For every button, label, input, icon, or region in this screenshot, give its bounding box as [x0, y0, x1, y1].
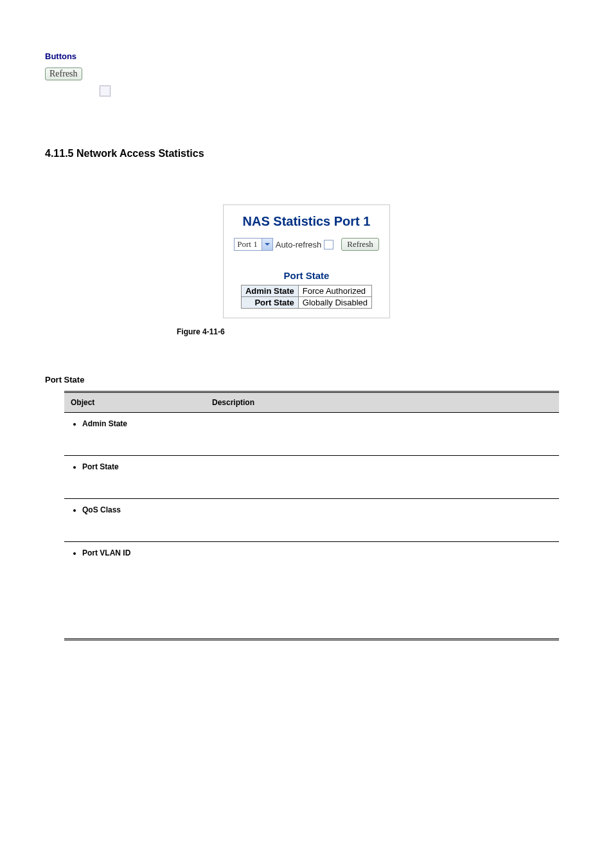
port-state-table: Admin State Force Authorized Port State … — [241, 285, 372, 309]
figure-panel: NAS Statistics Port 1 Port 1 Auto-refres… — [223, 204, 389, 318]
chevron-down-icon — [262, 239, 272, 250]
obj-port-state: Port State — [82, 462, 199, 471]
obj-qos-class: QoS Class — [82, 505, 199, 514]
table-row: QoS Class — [64, 499, 559, 542]
figure-controls: Port 1 Auto-refresh Refresh — [234, 238, 378, 251]
figure-caption: Figure 4-11-6 — [45, 327, 568, 336]
auto-refresh-label: Auto-refresh — [276, 240, 322, 249]
desc-qos-class — [206, 499, 559, 542]
image-placeholder-icon — [100, 86, 111, 96]
section-title: 4.11.5 Network Access Statistics — [45, 148, 568, 159]
figure-refresh-button[interactable]: Refresh — [341, 238, 378, 251]
column-description: Description — [206, 392, 559, 413]
port-state-heading: Port State — [45, 375, 568, 384]
column-object: Object — [64, 392, 206, 413]
desc-port-vlan-id — [206, 542, 559, 640]
obj-admin-state: Admin State — [82, 419, 199, 428]
admin-state-label: Admin State — [241, 285, 298, 297]
table-row: Port State — [64, 456, 559, 499]
figure-subheading: Port State — [234, 270, 378, 281]
table-row: Port VLAN ID — [64, 542, 559, 640]
admin-state-value: Force Authorized — [298, 285, 371, 297]
refresh-button[interactable]: Refresh — [45, 68, 82, 80]
buttons-heading: Buttons — [45, 51, 568, 61]
desc-port-state — [206, 456, 559, 499]
desc-admin-state — [206, 413, 559, 456]
port-state-value: Globally Disabled — [298, 297, 371, 309]
table-row: Admin State — [64, 413, 559, 456]
figure: NAS Statistics Port 1 Port 1 Auto-refres… — [45, 204, 568, 318]
table-row: Admin State Force Authorized — [241, 285, 371, 297]
obj-port-vlan-id: Port VLAN ID — [82, 548, 199, 557]
port-select-value: Port 1 — [235, 239, 261, 249]
figure-title: NAS Statistics Port 1 — [234, 214, 378, 229]
port-select[interactable]: Port 1 — [234, 238, 272, 251]
port-state-label: Port State — [241, 297, 298, 309]
description-table: Object Description Admin State Port Stat… — [64, 391, 559, 640]
auto-refresh-checkbox[interactable] — [324, 240, 333, 249]
table-row: Port State Globally Disabled — [241, 297, 371, 309]
